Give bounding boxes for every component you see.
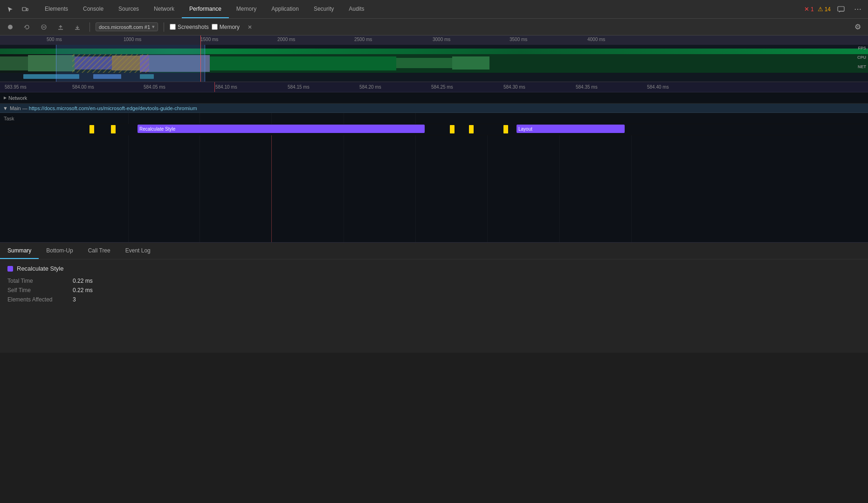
memory-checkbox[interactable]: Memory bbox=[212, 24, 240, 30]
svg-point-3 bbox=[8, 25, 13, 29]
main-thread-header[interactable]: ▼ Main — https://docs.microsoft.com/en-u… bbox=[0, 104, 868, 113]
detail-cursor-line bbox=[214, 82, 215, 92]
detail-tick-7: 584.25 ms bbox=[431, 84, 453, 90]
svg-rect-7 bbox=[0, 56, 28, 70]
download-button[interactable] bbox=[71, 21, 84, 34]
empty-flame-area bbox=[0, 135, 868, 243]
summary-row-self-time: Self Time 0.22 ms bbox=[7, 287, 861, 293]
nav-icons bbox=[4, 3, 32, 16]
detail-tick-10: 584.40 ms bbox=[647, 84, 669, 90]
svg-rect-16 bbox=[149, 54, 868, 73]
tab-bottom-up[interactable]: Bottom-Up bbox=[39, 243, 80, 259]
ruler-tick-4000: 4000 ms bbox=[587, 37, 605, 42]
settings-button[interactable]: ⚙ bbox=[851, 21, 864, 34]
crosshair-line bbox=[200, 35, 201, 82]
ruler-tick-2500: 2500 ms bbox=[354, 37, 372, 42]
tab-memory[interactable]: Memory bbox=[229, 0, 264, 18]
network-section-header[interactable]: ▶ Network bbox=[0, 92, 868, 104]
nav-tabs: Elements Console Sources Network Perform… bbox=[37, 0, 804, 18]
task-row-label: Task bbox=[0, 116, 56, 121]
ruler-tick-3500: 3500 ms bbox=[510, 37, 527, 42]
error-badge: ✕ 1 bbox=[804, 6, 814, 13]
yellow-marker-4 bbox=[469, 125, 474, 133]
detail-tick-3: 584.05 ms bbox=[144, 84, 165, 90]
summary-row-elements-affected: Elements Affected 3 bbox=[7, 296, 861, 303]
cpu-label: CPU bbox=[857, 55, 866, 60]
detail-tick-5: 584.15 ms bbox=[288, 84, 310, 90]
feedback-icon[interactable] bbox=[834, 3, 847, 16]
ruler-tick-3000: 3000 ms bbox=[433, 37, 450, 42]
chevron-down-icon: ▾ bbox=[152, 24, 155, 30]
summary-title: Recalculate Style bbox=[7, 265, 861, 272]
upload-button[interactable] bbox=[54, 21, 67, 34]
tab-summary[interactable]: Summary bbox=[0, 243, 39, 259]
detail-tick-9: 584.35 ms bbox=[576, 84, 598, 90]
toolbar-divider-2 bbox=[164, 22, 164, 32]
tab-sources[interactable]: Sources bbox=[111, 0, 146, 18]
empty-grid-4 bbox=[344, 135, 344, 242]
tab-call-tree[interactable]: Call Tree bbox=[81, 243, 118, 259]
tab-performance[interactable]: Performance bbox=[182, 0, 229, 18]
clear-button[interactable] bbox=[243, 21, 256, 34]
detail-tick-2: 584.00 ms bbox=[72, 84, 94, 90]
grid-line-3 bbox=[271, 113, 272, 124]
summary-row-total-time: Total Time 0.22 ms bbox=[7, 278, 861, 284]
tab-console[interactable]: Console bbox=[76, 0, 111, 18]
detail-tick-8: 584.30 ms bbox=[503, 84, 525, 90]
layout-bar[interactable]: Layout bbox=[517, 125, 625, 133]
empty-grid-2 bbox=[200, 135, 200, 242]
nav-right: ✕ 1 ⚠ 14 ⋯ bbox=[804, 3, 864, 16]
tab-event-log[interactable]: Event Log bbox=[118, 243, 158, 259]
detail-tick-6: 584.20 ms bbox=[359, 84, 381, 90]
detail-tick-1: 583.95 ms bbox=[5, 84, 27, 90]
tab-network[interactable]: Network bbox=[146, 0, 182, 18]
selection-highlight bbox=[56, 45, 205, 82]
reload-record-button[interactable] bbox=[21, 21, 34, 34]
grid-line-4 bbox=[344, 113, 344, 124]
detail-ruler: 583.95 ms 584.00 ms 584.05 ms 584.10 ms … bbox=[0, 82, 868, 92]
ruler-tick-1500: 1500 ms bbox=[200, 37, 218, 42]
empty-grid-1 bbox=[128, 135, 129, 242]
cursor-icon[interactable] bbox=[4, 3, 17, 16]
overview-ruler: 500 ms 1000 ms 1500 ms 2000 ms 2500 ms 3… bbox=[0, 35, 868, 45]
ruler-tick-1000: 1000 ms bbox=[124, 37, 141, 42]
grid-line-1 bbox=[128, 113, 129, 124]
net-label: NET bbox=[858, 64, 866, 69]
stop-button[interactable] bbox=[37, 21, 50, 34]
timeline-overview[interactable]: 500 ms 1000 ms 1500 ms 2000 ms 2500 ms 3… bbox=[0, 35, 868, 82]
summary-panel: Recalculate Style Total Time 0.22 ms Sel… bbox=[0, 259, 868, 353]
profile-selector[interactable]: docs.microsoft.com #1 ▾ bbox=[96, 22, 158, 31]
summary-tabs: Summary Bottom-Up Call Tree Event Log bbox=[0, 243, 868, 259]
toolbar-divider-1 bbox=[90, 22, 90, 32]
more-menu-icon[interactable]: ⋯ bbox=[851, 3, 864, 16]
ruler-tick-500: 500 ms bbox=[47, 37, 62, 42]
empty-grid-5 bbox=[415, 135, 416, 242]
tab-elements[interactable]: Elements bbox=[37, 0, 76, 18]
svg-rect-1 bbox=[27, 8, 28, 11]
ruler-tick-2000: 2000 ms bbox=[277, 37, 295, 42]
flame-chart-area: ▶ Network ▼ Main — https://docs.microsof… bbox=[0, 92, 868, 243]
tab-application[interactable]: Application bbox=[264, 0, 306, 18]
cursor-line-flame bbox=[271, 135, 272, 242]
yellow-marker-5 bbox=[503, 125, 508, 133]
yellow-marker-2 bbox=[111, 125, 116, 133]
svg-rect-2 bbox=[838, 7, 844, 11]
performance-toolbar: docs.microsoft.com #1 ▾ Screenshots Memo… bbox=[0, 19, 868, 35]
tab-security[interactable]: Security bbox=[306, 0, 341, 18]
empty-grid-8 bbox=[631, 135, 632, 242]
grid-line-5 bbox=[415, 113, 416, 124]
network-expand-icon: ▶ bbox=[4, 96, 7, 100]
main-thread-collapse-icon: ▼ bbox=[3, 105, 8, 111]
empty-grid-6 bbox=[487, 135, 488, 242]
svg-rect-0 bbox=[22, 7, 26, 11]
tab-audits[interactable]: Audits bbox=[341, 0, 372, 18]
device-toolbar-icon[interactable] bbox=[19, 3, 32, 16]
yellow-marker-3 bbox=[450, 125, 455, 133]
recalculate-style-bar[interactable]: Recalculate Style bbox=[138, 125, 425, 133]
record-button[interactable] bbox=[4, 21, 17, 34]
task-row: Task bbox=[0, 113, 868, 124]
screenshots-checkbox[interactable]: Screenshots bbox=[170, 24, 209, 30]
empty-grid-7 bbox=[559, 135, 560, 242]
flame-bars-row: Recalculate Style Layout bbox=[0, 124, 868, 135]
detail-tick-4: 584.10 ms bbox=[215, 84, 237, 90]
